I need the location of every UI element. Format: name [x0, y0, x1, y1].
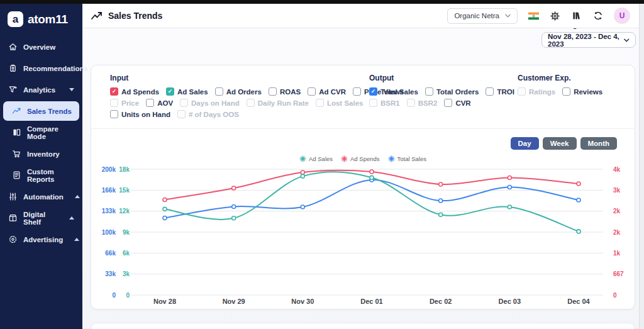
- sidebar-item-automation[interactable]: Automation: [3, 187, 79, 206]
- data-point-ad-sales[interactable]: [301, 174, 304, 178]
- checkbox-icon[interactable]: [562, 87, 570, 96]
- data-point-ad-sales[interactable]: [508, 205, 511, 209]
- data-point-ad-spends[interactable]: [163, 198, 167, 202]
- data-point-total-sales[interactable]: [439, 199, 443, 203]
- sidebar-item-label: Digital Shelf: [23, 211, 58, 226]
- avatar[interactable]: U: [614, 8, 630, 24]
- checkbox-icon[interactable]: [110, 110, 118, 118]
- sidebar-item-advertising[interactable]: Advertising: [3, 230, 79, 249]
- sidebar-item-label: Analytics: [23, 86, 55, 94]
- data-point-total-sales[interactable]: [508, 186, 511, 189]
- data-point-total-sales[interactable]: [301, 205, 304, 209]
- filter-cvr[interactable]: CVR: [444, 99, 470, 107]
- account-selector[interactable]: Organic Netra: [447, 8, 518, 24]
- filter-label: Reviews: [574, 88, 602, 96]
- data-point-ad-sales[interactable]: [439, 213, 443, 216]
- filter-reviews[interactable]: Reviews: [562, 87, 602, 96]
- filter-group-customer-exp: Customer Exp. RatingsReviews: [518, 74, 635, 121]
- axis-tick-ad-sales: 3k: [123, 270, 130, 277]
- filter-aov[interactable]: AOV: [146, 99, 173, 107]
- sidebar-item-label: Compare Mode: [27, 125, 74, 140]
- checkbox-checked-icon[interactable]: ✓: [110, 87, 118, 96]
- filter-ad-sales[interactable]: ✓Ad Sales: [166, 87, 208, 96]
- axis-tick-ad-spends: 1k: [613, 250, 621, 257]
- chart-legend: Ad SalesAd SpendsTotal Sales: [91, 155, 635, 162]
- sidebar-item-custom-reports[interactable]: Custom Reports: [3, 165, 79, 185]
- home-icon: [8, 42, 18, 52]
- data-point-ad-sales[interactable]: [370, 176, 374, 179]
- x-axis-label: Nov 28: [153, 298, 176, 305]
- checkbox-checked-icon[interactable]: ✓: [369, 87, 377, 96]
- granularity-day-button[interactable]: Day: [511, 137, 539, 150]
- data-point-ad-sales[interactable]: [232, 216, 236, 220]
- sidebar-item-label: Sales Trends: [27, 108, 72, 115]
- sidebar-item-sales-trends[interactable]: Sales Trends: [3, 101, 79, 121]
- checkbox-icon: [518, 87, 526, 96]
- filter-label: Ad Orders: [226, 88, 262, 96]
- filter-label: TROI: [497, 88, 514, 96]
- filter-label: Ratings: [529, 88, 555, 96]
- data-point-ad-sales[interactable]: [577, 230, 580, 233]
- checkbox-icon[interactable]: [486, 87, 494, 96]
- data-point-ad-spends[interactable]: [301, 170, 304, 174]
- checkbox-icon[interactable]: [146, 99, 154, 107]
- filter-troi[interactable]: TROI: [486, 87, 514, 96]
- filter-ad-orders[interactable]: Ad Orders: [215, 87, 262, 96]
- filter-row: RatingsReviews: [518, 87, 635, 96]
- sidebar-item-overview[interactable]: Overview: [3, 37, 79, 57]
- settings-gear-icon[interactable]: [550, 11, 560, 21]
- content: Date Range Nov 28, 2023 - Dec 4, 2023 In…: [82, 28, 639, 328]
- app-header: Sales Trends Organic Netra: [82, 4, 639, 28]
- axis-tick-ad-sales: 12k: [119, 208, 130, 215]
- refresh-icon[interactable]: [592, 11, 603, 21]
- filter-row: PriceAOVDays on HandDaily Run RateLost S…: [110, 99, 369, 107]
- data-point-ad-spends[interactable]: [232, 186, 236, 190]
- checkbox-icon[interactable]: [425, 87, 433, 96]
- filter-roas[interactable]: ROAS: [269, 87, 301, 96]
- granularity-month-button[interactable]: Month: [580, 137, 617, 150]
- filter-days-on-hand: Days on Hand: [180, 99, 240, 107]
- page-scroll-gutter[interactable]: [639, 4, 644, 329]
- filter-label: BSR1: [380, 99, 400, 107]
- x-axis-label: Dec 01: [360, 298, 382, 305]
- filter-units-on-hand[interactable]: Units on Hand: [110, 110, 170, 118]
- data-point-total-sales[interactable]: [163, 216, 167, 220]
- granularity-week-button[interactable]: Week: [543, 137, 577, 150]
- filter-ad-spends[interactable]: ✓Ad Spends: [110, 87, 159, 96]
- legend-item-total-sales[interactable]: Total Sales: [388, 155, 426, 162]
- filter-label: Units on Hand: [121, 111, 170, 118]
- brand-logo-icon: a: [8, 11, 23, 27]
- sidebar-item-compare-mode[interactable]: Compare Mode: [3, 123, 79, 142]
- sidebar-item-recommendations[interactable]: Recommendations: [3, 59, 79, 78]
- date-range-selector[interactable]: Nov 28, 2023 - Dec 4, 2023: [541, 32, 636, 48]
- filter-daily-run-rate: Daily Run Rate: [247, 99, 309, 107]
- checkbox-checked-icon[interactable]: ✓: [166, 87, 174, 96]
- data-point-total-sales[interactable]: [232, 205, 236, 209]
- checkbox-icon[interactable]: [353, 87, 361, 96]
- data-point-ad-spends[interactable]: [370, 170, 374, 174]
- filter-total-sales[interactable]: ✓Total Sales: [369, 87, 418, 96]
- sidebar-item-analytics[interactable]: Analytics: [3, 80, 79, 99]
- sidebar-item-digital-shelf[interactable]: Digital Shelf: [3, 208, 79, 228]
- filter-ad-cvr[interactable]: Ad CVR: [308, 87, 346, 96]
- axis-tick-total-sales: 200k: [102, 166, 116, 173]
- checkbox-icon[interactable]: [269, 87, 277, 96]
- library-icon[interactable]: [571, 11, 582, 21]
- data-point-ad-sales[interactable]: [163, 207, 167, 211]
- legend-item-ad-spends[interactable]: Ad Spends: [341, 155, 379, 162]
- window-top-bar: [0, 0, 644, 4]
- sales-trend-chart: 200k18k4k166k15k3k133k12k2k100k9k2k66k6k…: [95, 164, 633, 309]
- sidebar-item-inventory[interactable]: Inventory: [3, 144, 79, 164]
- filter-total-orders[interactable]: Total Orders: [425, 87, 479, 96]
- data-point-total-sales[interactable]: [577, 198, 580, 202]
- data-point-ad-spends[interactable]: [439, 182, 443, 186]
- legend-item-ad-sales[interactable]: Ad Sales: [299, 155, 333, 162]
- filter-price: Price: [110, 99, 139, 107]
- data-point-ad-spends[interactable]: [577, 182, 580, 186]
- checkbox-icon[interactable]: [215, 87, 223, 96]
- data-point-ad-spends[interactable]: [508, 176, 511, 180]
- sidebar-item-label: Custom Reports: [27, 168, 74, 183]
- checkbox-icon[interactable]: [308, 87, 316, 96]
- filter-label: AOV: [157, 99, 173, 107]
- checkbox-icon[interactable]: [444, 99, 452, 107]
